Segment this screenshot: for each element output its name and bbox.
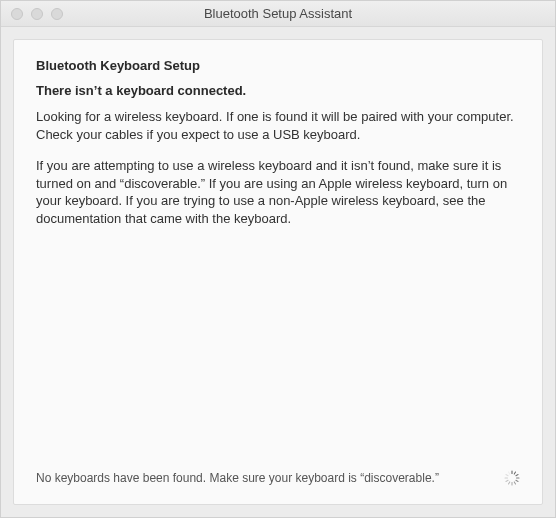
setup-panel: Bluetooth Keyboard Setup There isn’t a k… [13, 39, 543, 505]
info-paragraph-1: Looking for a wireless keyboard. If one … [36, 108, 520, 143]
info-paragraph-2: If you are attempting to use a wireless … [36, 157, 520, 227]
titlebar: Bluetooth Setup Assistant [1, 1, 555, 27]
panel-heading: Bluetooth Keyboard Setup [36, 58, 520, 73]
svg-rect-5 [514, 481, 517, 485]
window-controls [1, 8, 63, 20]
svg-rect-11 [508, 471, 511, 475]
spinner-icon [504, 470, 520, 486]
close-icon[interactable] [11, 8, 23, 20]
svg-rect-1 [514, 471, 517, 475]
svg-rect-7 [508, 481, 511, 485]
svg-rect-3 [516, 478, 520, 479]
svg-rect-9 [505, 478, 509, 479]
svg-rect-10 [505, 474, 509, 477]
zoom-icon[interactable] [51, 8, 63, 20]
window-title: Bluetooth Setup Assistant [1, 6, 555, 21]
minimize-icon[interactable] [31, 8, 43, 20]
svg-rect-0 [512, 471, 513, 475]
dialog-window: Bluetooth Setup Assistant Bluetooth Keyb… [0, 0, 556, 518]
content-area: Bluetooth Keyboard Setup There isn’t a k… [1, 27, 555, 517]
svg-rect-8 [505, 480, 509, 483]
svg-rect-2 [515, 474, 519, 477]
svg-rect-6 [512, 482, 513, 486]
status-row: No keyboards have been found. Make sure … [36, 470, 520, 486]
panel-subheading: There isn’t a keyboard connected. [36, 83, 520, 98]
status-text: No keyboards have been found. Make sure … [36, 471, 439, 485]
svg-rect-4 [515, 480, 519, 483]
